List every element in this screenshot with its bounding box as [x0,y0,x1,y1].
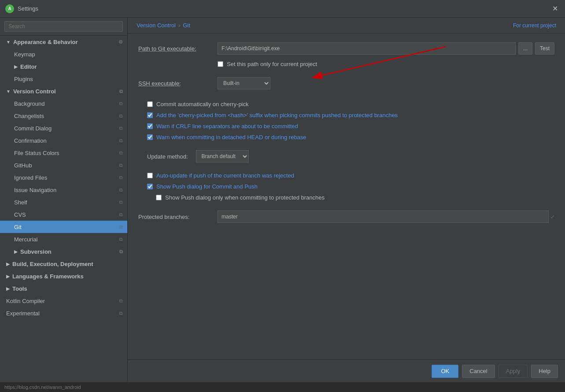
ssh-select[interactable]: Built-in Native System [218,77,270,89]
sidebar-item-mercurial[interactable]: Mercurial ⧉ [0,233,127,245]
sidebar-item-kotlin-compiler[interactable]: Kotlin Compiler ⧉ [0,295,127,307]
sidebar-item-label: Editor [20,63,37,70]
browse-button[interactable]: ... [518,42,532,55]
sidebar-item-label: Mercurial [14,236,37,243]
copy-icon: ⧉ [119,89,123,94]
expand-arrow: ▶ [6,274,10,279]
copy-icon: ⧉ [119,101,123,107]
sidebar-item-issue-navigation[interactable]: Issue Navigation ⧉ [0,184,127,196]
warn-detached-row: Warn when committing in detached HEAD or… [138,134,554,141]
protected-branches-input[interactable] [218,211,549,223]
auto-update-row: Auto-update if push of the current branc… [138,172,554,179]
sidebar-item-label: CVS [14,211,26,218]
set-path-checkbox[interactable] [218,61,223,67]
show-push-protected-checkbox[interactable] [156,195,162,200]
expand-arrow: ▶ [14,249,18,254]
sidebar-item-label: Experimental [6,310,40,317]
cherry-pick-checkbox[interactable] [147,101,153,107]
ok-button[interactable]: OK [432,365,458,378]
copy-icon: ⧉ [119,113,123,119]
sidebar-item-experimental[interactable]: Experimental ⧉ [0,307,127,319]
warn-crlf-checkbox[interactable] [147,123,153,129]
git-path-input[interactable] [218,42,516,55]
sidebar-item-file-status-colors[interactable]: File Status Colors ⧉ [0,147,127,159]
expand-arrow: ▼ [6,40,11,44]
content-area: Path to Git executable: ... Test Set thi… [128,33,565,359]
sidebar-item-tools[interactable]: ▶ Tools [0,282,127,295]
sidebar-item-commit-dialog[interactable]: Commit Dialog ⧉ [0,122,127,134]
sidebar-item-background[interactable]: Background ⧉ [0,97,127,110]
close-button[interactable]: ✕ [550,3,560,15]
sidebar-item-shelf[interactable]: Shelf ⧉ [0,196,127,208]
update-method-label: Update method: [147,153,188,160]
sidebar-item-label: GitHub [14,162,32,169]
set-path-label: Set this path only for current project [227,61,317,67]
sidebar-item-label: Appearance & Behavior [13,39,78,45]
copy-icon: ⧉ [119,150,123,156]
copy-icon: ⧉ [119,224,123,230]
search-box [0,18,127,36]
auto-update-checkbox[interactable] [147,173,153,178]
status-text: https://blog.csdn.net/wanm_android [4,385,81,390]
sidebar-item-changelists[interactable]: Changelists ⧉ [0,110,127,122]
sidebar-item-label: Commit Dialog [14,125,52,132]
sidebar-item-confirmation[interactable]: Confirmation ⧉ [0,134,127,147]
sidebar-item-label: Ignored Files [14,174,47,181]
sidebar-item-label: Build, Execution, Deployment [12,261,93,267]
expand-icon[interactable]: ⤢ [550,214,554,220]
sidebar-item-git[interactable]: Git ⧉ [0,221,127,233]
dialog-title: Settings [18,5,550,12]
protected-branches-row: Protected branches: ⤢ [138,211,554,223]
sidebar-item-label: Kotlin Compiler [6,298,45,304]
sidebar-item-cvs[interactable]: CVS ⧉ [0,208,127,221]
warn-crlf-label: Warn if CRLF line separators are about t… [156,123,298,129]
sidebar-item-version-control[interactable]: ▼ Version Control ⧉ [0,85,127,97]
breadcrumb-part2: Git [183,22,190,29]
search-input[interactable] [4,21,123,32]
sidebar-item-label: Subversion [20,248,52,255]
add-suffix-checkbox[interactable] [147,112,153,118]
copy-icon: ⧉ [119,126,123,131]
sidebar-item-keymap[interactable]: Keymap [0,48,127,60]
copy-icon: ⧉ [119,298,123,304]
sidebar-item-appearance[interactable]: ▼ Appearance & Behavior ⚙ [0,36,127,48]
sidebar: ▼ Appearance & Behavior ⚙ Keymap ▶ Edito… [0,18,128,382]
for-current-project-link[interactable]: For current project [513,22,556,29]
sidebar-item-build[interactable]: ▶ Build, Execution, Deployment [0,258,127,270]
sidebar-item-languages[interactable]: ▶ Languages & Frameworks [0,270,127,282]
copy-icon: ⧉ [119,187,123,193]
dialog-body: ▼ Appearance & Behavior ⚙ Keymap ▶ Edito… [0,18,565,382]
settings-dialog: A Settings ✕ ▼ Appearance & Behavior ⚙ K… [0,0,565,392]
sidebar-item-github[interactable]: GitHub ⧉ [0,159,127,171]
git-path-row: Path to Git executable: ... Test [138,42,554,55]
expand-arrow: ▶ [14,64,18,69]
copy-icon: ⧉ [119,237,123,242]
sidebar-item-ignored-files[interactable]: Ignored Files ⧉ [0,171,127,184]
bottom-bar: OK Cancel Apply Help [128,359,565,382]
expand-arrow: ▼ [6,89,11,94]
sidebar-item-editor[interactable]: ▶ Editor [0,60,127,73]
show-push-checkbox[interactable] [147,184,153,189]
breadcrumb-part1[interactable]: Version Control [137,22,176,29]
copy-icon: ⧉ [119,163,123,168]
ssh-row: SSH executable: Built-in Native System [138,77,554,89]
test-button[interactable]: Test [535,42,554,55]
update-method-select[interactable]: Branch default Merge Rebase [196,150,249,163]
sidebar-item-label: Issue Navigation [14,187,56,193]
show-push-row: Show Push dialog for Commit and Push [138,183,554,190]
sidebar-item-plugins[interactable]: Plugins [0,73,127,85]
help-button[interactable]: Help [531,365,558,378]
sidebar-item-label: Tools [12,285,27,292]
expand-arrow: ▶ [6,262,10,266]
sidebar-item-subversion[interactable]: ▶ Subversion ⧉ [0,245,127,258]
breadcrumb-sep: › [178,22,180,29]
cancel-button[interactable]: Cancel [462,365,495,378]
sidebar-item-label: Keymap [14,51,35,58]
sidebar-item-label: Version Control [13,88,56,95]
copy-icon: ⧉ [119,249,123,255]
set-path-row: Set this path only for current project [138,61,554,67]
warn-detached-checkbox[interactable] [147,134,153,140]
show-push-protected-row: Show Push dialog only when committing to… [138,194,554,201]
copy-icon: ⧉ [119,311,123,316]
cherry-pick-row: Commit automatically on cherry-pick [138,101,554,107]
